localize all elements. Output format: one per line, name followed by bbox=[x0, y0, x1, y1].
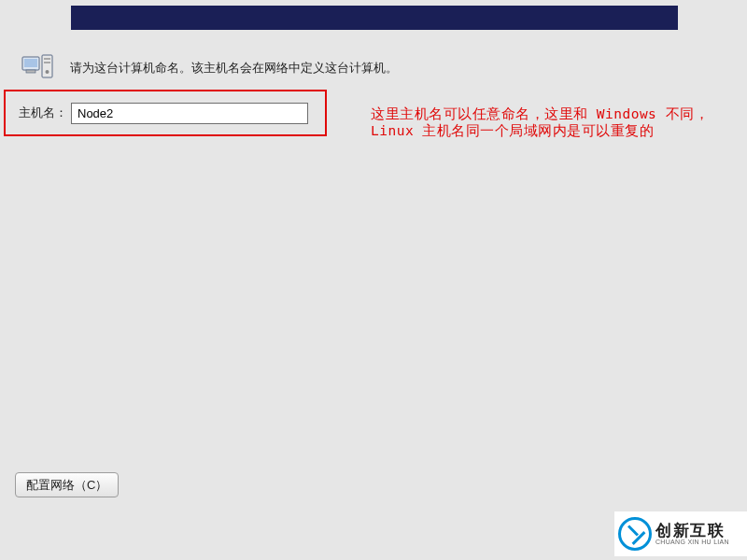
svg-rect-4 bbox=[44, 58, 50, 60]
watermark-logo-icon bbox=[618, 517, 652, 551]
svg-rect-5 bbox=[44, 62, 50, 63]
watermark: 创新互联 CHUANG XIN HU LIAN bbox=[614, 511, 747, 556]
instruction-row: 请为这台计算机命名。该主机名会在网络中定义这台计算机。 bbox=[21, 54, 398, 82]
hostname-input[interactable] bbox=[71, 103, 308, 124]
watermark-text: 创新互联 CHUANG XIN HU LIAN bbox=[655, 523, 729, 545]
svg-rect-1 bbox=[24, 59, 37, 67]
configure-network-button[interactable]: 配置网络（C） bbox=[15, 472, 119, 497]
configure-network-label: 配置网络（C） bbox=[26, 477, 107, 494]
watermark-cn: 创新互联 bbox=[655, 523, 729, 539]
watermark-en: CHUANG XIN HU LIAN bbox=[655, 539, 729, 545]
svg-rect-2 bbox=[26, 70, 35, 73]
svg-point-6 bbox=[46, 70, 49, 74]
hostname-form-highlight: 主机名： bbox=[4, 90, 327, 136]
top-banner bbox=[71, 6, 678, 30]
configure-network-area: 配置网络（C） bbox=[15, 472, 119, 497]
annotation-text: 这里主机名可以任意命名，这里和 Windows 不同，Linux 主机名同一个局… bbox=[371, 105, 726, 139]
hostname-label: 主机名： bbox=[19, 105, 67, 121]
instruction-text: 请为这台计算机命名。该主机名会在网络中定义这台计算机。 bbox=[70, 60, 398, 77]
computer-icon bbox=[21, 54, 59, 82]
